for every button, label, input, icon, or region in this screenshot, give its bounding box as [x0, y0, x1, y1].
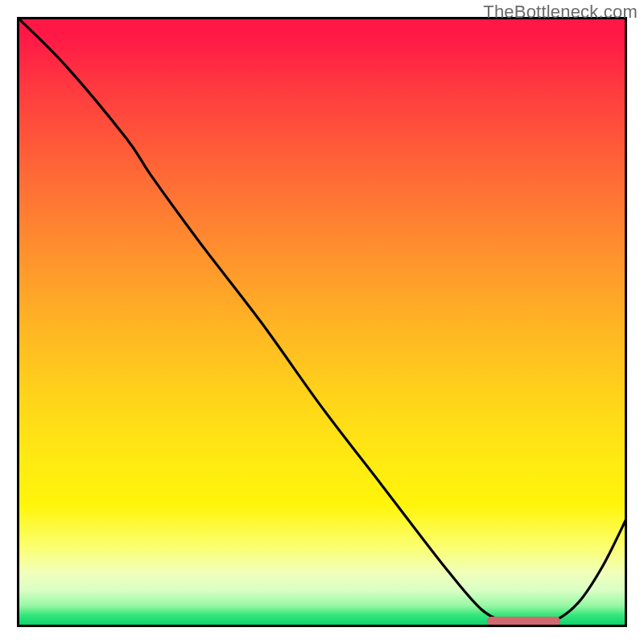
- optimal-range-marker: [487, 617, 560, 625]
- watermark-text: TheBottleneck.com: [483, 2, 638, 23]
- bottleneck-curve: [17, 17, 627, 627]
- chart-container: TheBottleneck.com: [0, 0, 644, 644]
- plot-area: [17, 17, 627, 627]
